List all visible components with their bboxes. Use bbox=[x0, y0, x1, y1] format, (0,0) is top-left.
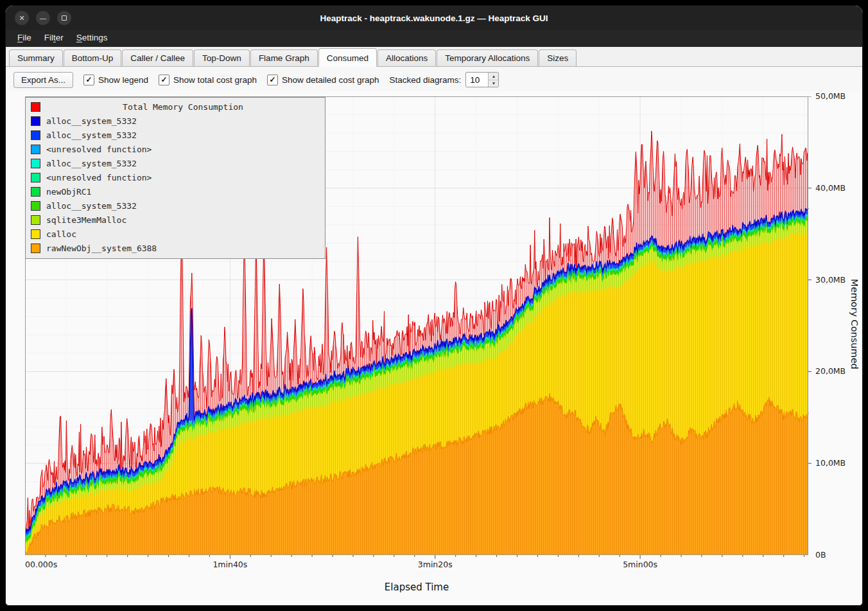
spin-buttons: ▲ ▼ bbox=[488, 73, 498, 87]
menu-filter[interactable]: Filter bbox=[38, 30, 70, 47]
y-tick-label: 0B bbox=[815, 550, 854, 560]
legend-swatch bbox=[31, 201, 40, 211]
legend-item: newObjRC1 bbox=[26, 184, 325, 199]
legend-item: alloc__system_5332 bbox=[26, 199, 325, 213]
stacked-diagrams-spinbox[interactable]: 10 ▲ ▼ bbox=[465, 72, 499, 87]
checkbox-check-icon: ✓ bbox=[159, 75, 169, 85]
consumed-tab-content: Total Memory Consumption alloc__system_5… bbox=[6, 91, 862, 605]
tab-consumed[interactable]: Consumed bbox=[318, 48, 377, 67]
tab-allocations[interactable]: Allocations bbox=[378, 49, 436, 66]
legend-label: alloc__system_5332 bbox=[46, 130, 137, 140]
title-bar[interactable]: ✕— Heaptrack - heaptrack.wakunode.1.gz —… bbox=[6, 6, 862, 30]
tab-top-down[interactable]: Top-Down bbox=[194, 49, 250, 66]
checkbox-check-icon: ✓ bbox=[267, 75, 278, 85]
legend-item: alloc__system_5332 bbox=[26, 156, 325, 170]
export-as-button[interactable]: Export As... bbox=[13, 72, 73, 88]
legend-title-swatch bbox=[31, 102, 40, 112]
legend-swatch bbox=[31, 116, 40, 126]
legend-label: sqlite3MemMalloc bbox=[46, 215, 126, 225]
legend-swatch bbox=[31, 244, 40, 253]
y-tick-label: 50,0MB bbox=[815, 91, 854, 102]
tab-summary[interactable]: Summary bbox=[9, 49, 63, 66]
legend-label: alloc__system_5332 bbox=[46, 159, 137, 168]
y-tick-label: 20,0MB bbox=[815, 366, 854, 376]
legend-label: alloc__system_5332 bbox=[46, 201, 137, 211]
y-tick-label: 10,0MB bbox=[815, 458, 854, 468]
tab-sizes[interactable]: Sizes bbox=[539, 49, 577, 66]
y-tick-label: 40,0MB bbox=[815, 183, 854, 193]
legend-swatch bbox=[31, 229, 40, 239]
spin-down-icon[interactable]: ▼ bbox=[489, 80, 498, 87]
window-title: Heaptrack - heaptrack.wakunode.1.gz — He… bbox=[6, 6, 862, 30]
legend-swatch bbox=[31, 187, 40, 197]
legend-swatch bbox=[31, 130, 40, 140]
x-tick-label: 1min40s bbox=[213, 560, 247, 569]
tab-temporary-allocations[interactable]: Temporary Allocations bbox=[437, 49, 538, 66]
stacked-diagrams-group: Stacked diagrams: 10 ▲ ▼ bbox=[390, 72, 499, 87]
x-tick-label: 00.000s bbox=[25, 560, 57, 569]
legend-label: <unresolved function> bbox=[46, 173, 152, 182]
toolbar: Export As... ✓Show legend✓Show total cos… bbox=[6, 67, 862, 91]
checkbox-check-icon: ✓ bbox=[83, 75, 94, 85]
tab-bottom-up[interactable]: Bottom-Up bbox=[64, 49, 122, 66]
legend-title: Total Memory Consumption bbox=[46, 102, 320, 112]
checkbox-show-legend[interactable]: ✓Show legend bbox=[83, 75, 148, 85]
checkbox-label: Show detailed cost graph bbox=[282, 75, 379, 85]
toolbar-checkboxes: ✓Show legend✓Show total cost graph✓Show … bbox=[83, 75, 379, 85]
app-window: ✕— Heaptrack - heaptrack.wakunode.1.gz —… bbox=[5, 5, 863, 606]
y-tick-label: 30,0MB bbox=[815, 275, 854, 285]
legend-item: alloc__system_5332 bbox=[26, 128, 325, 142]
checkbox-show-total-cost-graph[interactable]: ✓Show total cost graph bbox=[159, 75, 257, 85]
legend-swatch bbox=[31, 215, 40, 225]
stacked-diagrams-value[interactable]: 10 bbox=[466, 73, 488, 87]
legend-label: newObjRC1 bbox=[46, 187, 91, 197]
legend-item: <unresolved function> bbox=[26, 170, 325, 184]
y-axis-title: Memory Consumed bbox=[849, 279, 860, 369]
checkbox-show-detailed-cost-graph[interactable]: ✓Show detailed cost graph bbox=[267, 75, 379, 85]
legend-item: alloc__system_5332 bbox=[26, 114, 325, 128]
legend-swatch bbox=[31, 145, 40, 154]
spin-up-icon[interactable]: ▲ bbox=[489, 73, 498, 80]
tab-caller-callee[interactable]: Caller / Callee bbox=[122, 49, 193, 66]
x-tick-label: 3min20s bbox=[418, 560, 453, 569]
stacked-diagrams-label: Stacked diagrams: bbox=[390, 75, 462, 85]
legend-label: calloc bbox=[46, 229, 76, 239]
menu-file[interactable]: File bbox=[11, 30, 38, 47]
legend-label: <unresolved function> bbox=[46, 145, 152, 154]
legend-item: <unresolved function> bbox=[26, 142, 325, 156]
x-tick-label: 5min00s bbox=[623, 560, 657, 569]
checkbox-label: Show total cost graph bbox=[173, 75, 257, 85]
menu-bar: FileFilterSettings bbox=[6, 30, 862, 47]
legend-item: sqlite3MemMalloc bbox=[26, 213, 325, 227]
legend-items: alloc__system_5332alloc__system_5332<unr… bbox=[26, 114, 325, 255]
tab-bar: SummaryBottom-UpCaller / CalleeTop-DownF… bbox=[6, 47, 862, 67]
chart-legend: Total Memory Consumption alloc__system_5… bbox=[25, 97, 326, 259]
legend-title-row: Total Memory Consumption bbox=[26, 100, 325, 114]
checkbox-label: Show legend bbox=[98, 75, 148, 85]
legend-label: rawNewObj__system_6388 bbox=[46, 244, 157, 253]
legend-swatch bbox=[31, 173, 40, 182]
menu-settings[interactable]: Settings bbox=[70, 30, 114, 47]
tab-flame-graph[interactable]: Flame Graph bbox=[250, 49, 318, 66]
legend-label: alloc__system_5332 bbox=[46, 116, 137, 126]
legend-item: calloc bbox=[26, 227, 325, 241]
x-axis-title: Elapsed Time bbox=[25, 581, 808, 593]
legend-item: rawNewObj__system_6388 bbox=[26, 241, 325, 255]
legend-swatch bbox=[31, 159, 40, 168]
